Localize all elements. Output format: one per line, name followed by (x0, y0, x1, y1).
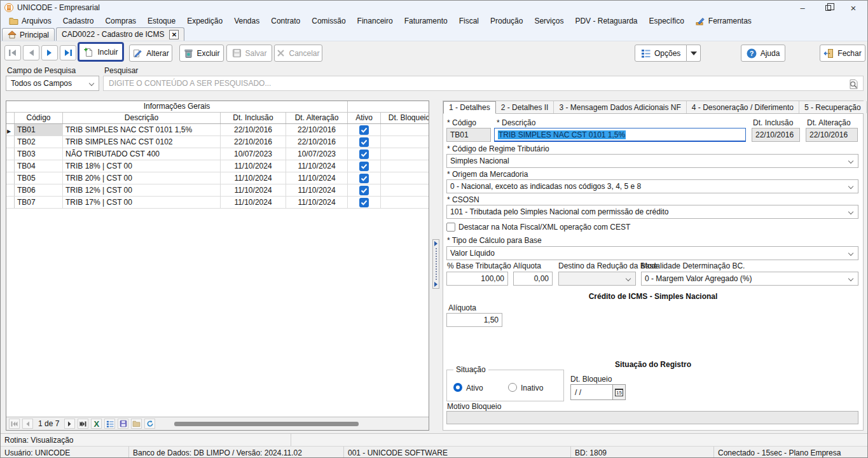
ajuda-button[interactable]: ? Ajuda (741, 45, 785, 62)
campo-pesquisa-select[interactable]: Todos os Campos (6, 76, 99, 91)
tab-recuperacao[interactable]: 5 - Recuperação (799, 101, 867, 113)
fechar-button[interactable]: Fechar (820, 45, 865, 62)
ativo-checkbox[interactable] (359, 198, 369, 207)
cell-codigo: TB03 (15, 148, 63, 160)
pager-first-button[interactable] (9, 419, 20, 429)
refresh-icon[interactable] (144, 419, 155, 429)
col-dt-alteracao[interactable]: Dt. Alteração (286, 113, 348, 123)
tab-detalhes-ii[interactable]: 2 - Detalhes II (496, 101, 555, 113)
menu-item-servicos[interactable]: Serviços (528, 15, 569, 27)
horizontal-scrollbar[interactable] (174, 422, 359, 426)
first-record-button[interactable] (4, 45, 21, 60)
menu-item-ferramentas[interactable]: Ferramentas (690, 15, 757, 27)
ativo-checkbox[interactable] (359, 174, 369, 183)
motivo-bloqueio-field[interactable] (446, 411, 858, 424)
export-excel-icon[interactable]: X (91, 419, 102, 429)
svg-text:?: ? (749, 50, 754, 57)
opcoes-dropdown-arrow[interactable] (687, 45, 701, 62)
col-ativo[interactable]: Ativo (348, 113, 381, 123)
origem-select[interactable]: 0 - Nacional, exceto as indicadas nos có… (446, 179, 858, 193)
menu-item-especifico[interactable]: Específico (643, 15, 689, 27)
dt-bloqueio-field[interactable]: / / 15 (570, 384, 626, 400)
aliquota-field[interactable]: 0,00 (513, 272, 553, 286)
pager-next-button[interactable] (64, 419, 75, 429)
grid-pager: 1 de 7 X (6, 417, 429, 430)
alterar-button[interactable]: Alterar (129, 45, 172, 62)
menu-item-estoque[interactable]: Estoque (142, 15, 181, 27)
pager-last-button[interactable] (78, 419, 88, 429)
col-dt-bloqueio[interactable]: Dt. Bloqueio (381, 113, 429, 123)
ativo-radio[interactable] (453, 383, 462, 392)
descricao-field[interactable]: TRIB SIMPLES NAC CST 0101 1,5% (494, 128, 746, 142)
menu-item-faturamento[interactable]: Faturamento (399, 15, 453, 27)
titlebar: UNICODE - Empresarial – × (1, 1, 867, 15)
restore-button[interactable] (815, 1, 841, 15)
table-row[interactable]: TB05 TRIB 20% | CST 00 11/10/2024 11/10/… (6, 172, 429, 184)
ativo-checkbox[interactable] (359, 162, 369, 171)
regime-label: * Código de Regime Tributário (447, 144, 549, 153)
cancelar-button[interactable]: Cancelar (274, 45, 322, 62)
tree-view-icon[interactable] (104, 419, 115, 429)
credito-aliquota-field[interactable]: 1,50 (446, 313, 502, 327)
menu-item-producao[interactable]: Produção (485, 15, 528, 27)
regime-select[interactable]: Simples Nacional (446, 154, 858, 168)
ativo-checkbox[interactable] (359, 137, 369, 147)
save-icon (232, 48, 242, 58)
search-input[interactable]: DIGITE O CONTEÚDO A SER PESQUISADO... (103, 76, 864, 91)
next-record-button[interactable] (41, 45, 58, 60)
table-row[interactable]: TB01 TRIB SIMPLES NAC CST 0101 1,5% 22/1… (6, 124, 429, 136)
col-codigo[interactable]: Código (15, 113, 63, 123)
incluir-button[interactable]: Incluir (78, 42, 124, 62)
menu-item-arquivos[interactable]: Arquivos (3, 15, 57, 27)
codigo-field[interactable]: TB01 (446, 128, 491, 142)
close-button[interactable]: × (841, 1, 866, 15)
base-tributacao-field[interactable]: 100,00 (446, 272, 508, 286)
csosn-select[interactable]: 101 - Tributada pelo Simples Nacional co… (446, 205, 858, 219)
menu-item-cadastro[interactable]: Cadastro (57, 15, 100, 27)
destino-reducao-select[interactable] (558, 272, 636, 286)
tipo-calculo-select[interactable]: Valor Líquido (446, 246, 858, 260)
ativo-checkbox[interactable] (359, 125, 369, 135)
inativo-radio[interactable] (508, 383, 517, 392)
tab-close-icon[interactable]: ✕ (169, 30, 179, 39)
destacar-cest-checkbox[interactable] (446, 223, 455, 232)
col-descricao[interactable]: Descrição (63, 113, 221, 123)
open-folder-icon[interactable] (131, 419, 142, 429)
opcoes-button[interactable]: Opções (635, 45, 701, 62)
prev-record-button[interactable] (23, 45, 39, 60)
table-row[interactable]: TB02 TRIB SIMPLES NAC CST 0102 22/10/201… (6, 136, 429, 148)
modalidade-select[interactable]: 0 - Margem Valor Agregado (%) (641, 272, 858, 286)
salvar-button[interactable]: Salvar (226, 45, 272, 62)
menu-item-expedicao[interactable]: Expedição (181, 15, 228, 27)
last-record-button[interactable] (60, 45, 76, 60)
minimize-button[interactable]: – (790, 1, 815, 15)
excluir-button[interactable]: Excluir (179, 45, 224, 62)
ativo-checkbox[interactable] (359, 186, 369, 195)
panel-splitter[interactable] (432, 239, 439, 289)
calendar-picker-button[interactable]: 15 (612, 385, 625, 399)
menu-item-compras[interactable]: Compras (99, 15, 142, 27)
col-dt-inclusao[interactable]: Dt. Inclusão (221, 113, 286, 123)
menu-item-pdv-retaguarda[interactable]: PDV - Retaguarda (569, 15, 643, 27)
table-row[interactable]: TB04 TRIB 18% | CST 00 11/10/2024 11/10/… (6, 160, 429, 172)
save-layout-icon[interactable] (118, 419, 128, 429)
dt-alteracao-field[interactable]: 22/10/2016 (806, 128, 858, 142)
ativo-checkbox[interactable] (359, 149, 369, 159)
tab-mensagem-dados-adicionais-nf[interactable]: 3 - Mensagem Dados Adicionais NF (554, 101, 686, 113)
pager-prev-button[interactable] (22, 419, 33, 429)
row-selector (6, 184, 15, 196)
menu-item-comissao[interactable]: Comissão (306, 15, 351, 27)
tab-desoneracao-diferimento[interactable]: 4 - Desoneração / Diferimento (687, 101, 799, 113)
table-row[interactable]: TB06 TRIB 12% | CST 00 11/10/2024 11/10/… (6, 184, 429, 197)
dt-inclusao-field[interactable]: 22/10/2016 (752, 128, 800, 142)
menu-item-financeiro[interactable]: Financeiro (352, 15, 399, 27)
tab-cad0022-cadastro-de-icms[interactable]: CAD0022 - Cadastro de ICMS ✕ (56, 27, 184, 41)
menu-item-contrato[interactable]: Contrato (265, 15, 306, 27)
search-document-icon[interactable] (848, 79, 860, 90)
tab-detalhes[interactable]: 1 - Detalhes (443, 101, 496, 114)
table-row[interactable]: TB03 NÃO TRIBUTADO CST 400 10/07/2023 10… (6, 148, 429, 160)
tab-principal[interactable]: Principal (2, 28, 55, 41)
menu-item-fiscal[interactable]: Fiscal (453, 15, 485, 27)
menu-item-vendas[interactable]: Vendas (228, 15, 265, 27)
table-row[interactable]: TB07 TRIB 17% | CST 00 11/10/2024 11/10/… (6, 197, 429, 209)
